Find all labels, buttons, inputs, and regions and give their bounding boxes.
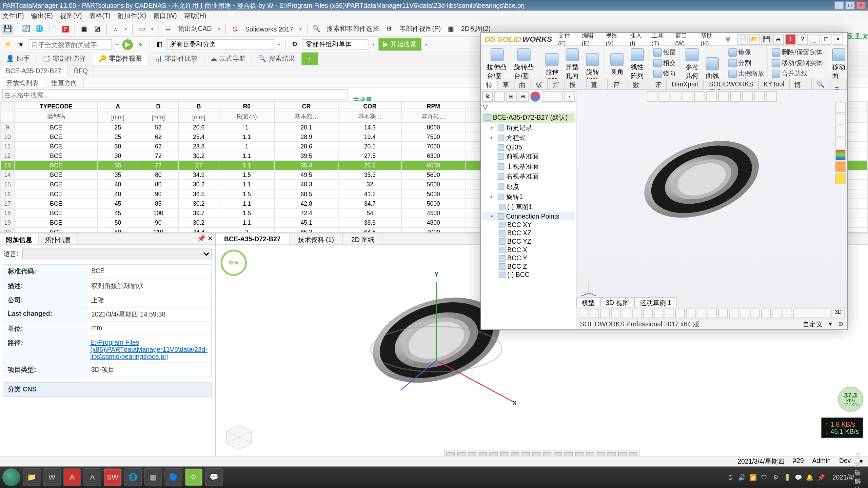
sw-side-btn[interactable]: [835, 126, 846, 137]
transfer-icon[interactable]: ↔: [163, 23, 174, 34]
sw-side-btn[interactable]: [835, 161, 846, 172]
menu-view[interactable]: 视图(V): [60, 11, 82, 20]
sw-tree-item[interactable]: ▸旋转1: [482, 192, 574, 202]
sw-tab-model[interactable]: 模型: [576, 297, 600, 307]
sw-ribbon-btn[interactable]: 曲线: [702, 47, 723, 79]
structure-icon[interactable]: ⛬: [110, 23, 121, 34]
sw-side-btn[interactable]: [835, 149, 846, 160]
placeholder-icon[interactable]: ▦: [79, 23, 90, 34]
sw-ribbon-btn[interactable]: 参考几何体: [682, 47, 702, 79]
sw-tree-more[interactable]: ›: [564, 91, 575, 102]
sw-ribbon-tab[interactable]: 直接编辑: [586, 79, 608, 89]
sw-tree-icon[interactable]: ⊞: [506, 91, 517, 102]
sw-tree-item[interactable]: ▸历史记录: [482, 123, 574, 133]
sw-tree-item[interactable]: Q235: [482, 143, 574, 151]
sw-ribbon-tab[interactable]: DimXpert: [667, 79, 704, 89]
sw-ribbon-btn[interactable]: 包覆: [652, 47, 678, 57]
start-button[interactable]: [2, 468, 20, 486]
sw-menu-help[interactable]: 帮助(H): [701, 32, 719, 46]
sw-ribbon-tab[interactable]: 草图: [498, 79, 514, 89]
part-tab-rfq[interactable]: RFQ: [68, 65, 94, 77]
sw-tree-cp-item[interactable]: (-) BCC: [482, 270, 574, 279]
placeholder-icon-2[interactable]: ▨: [92, 23, 103, 34]
sw-dtb[interactable]: [718, 308, 728, 318]
sw-dtb[interactable]: [600, 308, 610, 318]
segment-icon[interactable]: ▭: [137, 23, 147, 34]
max-button[interactable]: □: [845, 1, 855, 10]
sw-tree-icon[interactable]: [530, 91, 541, 102]
globe-icon[interactable]: 🌐: [34, 23, 45, 34]
sw-vtb-btn[interactable]: [742, 91, 753, 102]
sw-menu-window[interactable]: 窗口(W): [675, 32, 694, 46]
view-tab-tech[interactable]: 技术资料 (1): [290, 233, 343, 244]
menu-table[interactable]: 表格(T): [89, 11, 111, 20]
sw-tree-item[interactable]: (-) 草图1: [482, 202, 574, 212]
tray-icon[interactable]: ⚙: [771, 472, 781, 482]
sw-menu-view[interactable]: 视图(V): [606, 32, 624, 46]
sw-ribbon-btn[interactable]: 线性阵列: [627, 47, 648, 79]
sw-viewport[interactable]: *等轴测 模型 3D 视图 运动算例 1 3D SOLIDWORKS Profe…: [576, 90, 847, 329]
sw-print-icon[interactable]: 🖨: [773, 34, 784, 44]
sw-dtb[interactable]: [590, 308, 599, 318]
sw-dtb[interactable]: [697, 308, 706, 318]
sw-rebuild-icon[interactable]: !: [785, 34, 796, 44]
sw-save-icon[interactable]: 💾: [761, 34, 772, 44]
sw-dtb[interactable]: [740, 308, 749, 318]
sw-ribbon-btn[interactable]: 拉伸切除: [542, 47, 562, 79]
menu-file[interactable]: 文件(F): [2, 11, 24, 20]
view-tab-2d[interactable]: 2D 图纸: [343, 233, 383, 244]
assembly-scope-icon[interactable]: ⚙: [290, 39, 300, 50]
sw-ribbon-btn[interactable]: 分割: [727, 58, 766, 68]
sw-tree-icon[interactable]: ⚙: [482, 91, 493, 102]
sw-close-button[interactable]: ×: [833, 34, 844, 44]
tab-cloud[interactable]: ☁云式导航: [204, 53, 252, 65]
search-input[interactable]: [28, 39, 112, 50]
sw-tree-root[interactable]: BCE-A35-D72-B27 (默认): [482, 113, 574, 123]
sw-ribbon-btn[interactable]: 旋转切除: [583, 47, 603, 79]
sw-ribbon-btn[interactable]: 镜像: [727, 47, 766, 57]
tab-assistant[interactable]: 👤助手: [0, 53, 36, 65]
sw-menu-tools[interactable]: 工具(T): [651, 32, 669, 46]
tab-add[interactable]: ＋: [302, 53, 318, 65]
sw-max-button[interactable]: □: [821, 34, 832, 44]
tray-icon[interactable]: 🔋: [782, 472, 792, 482]
taskbar-app[interactable]: 🌐: [124, 468, 142, 486]
sw-tree-cp-item[interactable]: BCC XY: [482, 220, 574, 229]
sw-side-btn[interactable]: [835, 138, 846, 148]
sw-ribbon-btn[interactable]: 比例缩放: [727, 68, 766, 79]
catalog-scope[interactable]: [167, 39, 274, 50]
sw-help-icon[interactable]: ?: [797, 34, 808, 44]
tab-part-select[interactable]: 📑零部件选择: [36, 53, 92, 65]
taskbar-app[interactable]: A: [63, 468, 81, 486]
tab-results[interactable]: 🔍搜索结果: [252, 53, 302, 65]
sw-tree-cp-item[interactable]: BCC XZ: [482, 229, 574, 237]
part-view-btn[interactable]: 零部件视图(P): [397, 24, 443, 33]
info-tab-topo[interactable]: 拓扑信息: [39, 233, 77, 244]
sw-dtb-3d[interactable]: 3D: [832, 308, 845, 318]
sw-tab-3dview[interactable]: 3D 视图: [600, 297, 634, 307]
sw-tab-motion[interactable]: 运动算例 1: [634, 297, 677, 307]
sw-menu-edit[interactable]: 编辑(E): [582, 32, 600, 46]
pin-icon[interactable]: 📌 ✕: [195, 233, 215, 244]
sw-ribbon-tab[interactable]: 博士钣金: [790, 79, 812, 89]
sw-tree-item[interactable]: 原点: [482, 182, 574, 192]
sw-vtb-btn[interactable]: [706, 91, 717, 102]
sw-ribbon-tab[interactable]: 模具工具: [565, 79, 587, 89]
sw-ribbon-btn[interactable]: 圆角: [607, 47, 627, 79]
sw-dtb[interactable]: [579, 308, 588, 318]
sw-dtb[interactable]: [783, 308, 792, 318]
sw-vtb-btn[interactable]: [754, 91, 765, 102]
sw-new-icon[interactable]: 📄: [737, 34, 748, 44]
taskbar-app[interactable]: 🔵: [164, 468, 182, 486]
sw-ribbon-btn[interactable]: 删除/保留实体: [770, 47, 824, 57]
sw-ribbon-tab[interactable]: KYTool: [759, 79, 790, 89]
mode-open-list[interactable]: 开放式列表: [0, 78, 45, 88]
sw-ribbon-btn[interactable]: 相交: [652, 58, 678, 68]
sw-min-button[interactable]: _: [809, 34, 820, 44]
tab-part-view[interactable]: 🔑零部件视图: [92, 53, 148, 65]
sw-dtb[interactable]: [750, 308, 760, 318]
sw-dtb[interactable]: [761, 308, 771, 318]
sw-ribbon-btn[interactable]: 旋转凸台/基体: [511, 47, 538, 79]
sw-dtb[interactable]: [654, 308, 664, 318]
sw-dtb[interactable]: [622, 308, 631, 318]
